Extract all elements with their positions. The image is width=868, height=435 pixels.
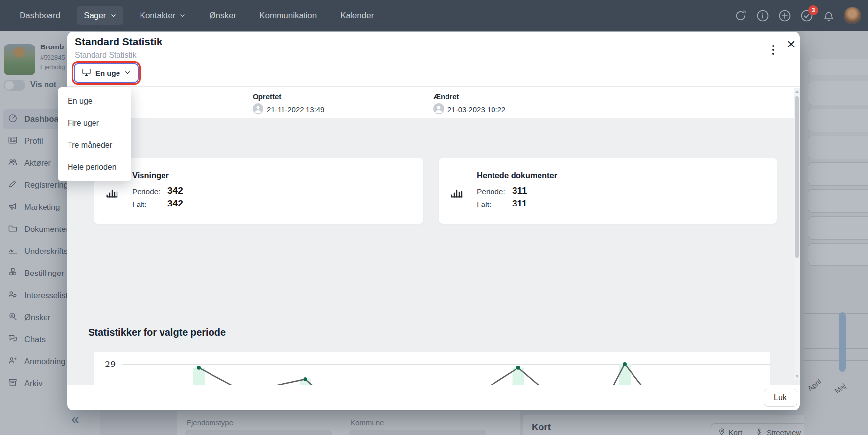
user-avatar-icon	[253, 103, 263, 115]
chart-section-title: Statistikker for valgte periode	[88, 327, 226, 338]
nav-item-kontakter[interactable]: Kontakter	[133, 6, 193, 25]
modal-subtitle: Standard Statistik	[75, 51, 136, 60]
modal-footer: Luk	[67, 385, 800, 410]
tasks-icon[interactable]: 3	[799, 8, 814, 23]
chevron-down-icon	[179, 12, 186, 19]
navbar-actions: 3	[733, 0, 861, 31]
period-option-fire-uger[interactable]: Fire uger	[58, 112, 131, 134]
modal-title: Standard Statistik	[75, 36, 163, 47]
monitor-icon	[82, 68, 91, 78]
period-value: 342	[167, 185, 183, 196]
notification-badge: 3	[808, 5, 818, 15]
nav-item-label: Kalender	[340, 11, 374, 21]
add-icon[interactable]	[777, 8, 792, 23]
period-dropdown-menu: En ugeFire ugerTre månederHele perioden	[58, 87, 131, 181]
period-select-value: En uge	[95, 69, 120, 77]
close-icon[interactable]: ×	[785, 35, 798, 53]
modal-body: VisningerPeriode:342I alt:342Hentede dok…	[67, 118, 800, 385]
total-label: I alt:	[477, 200, 491, 209]
period-select-wrap: En uge	[74, 63, 139, 83]
stat-card-hentede-dokumenter: Hentede dokumenterPeriode:311I alt:311	[439, 158, 777, 224]
top-navbar: DashboardSagerKontakterØnskerKommunikati…	[0, 0, 868, 31]
modal-scrollbar[interactable]	[794, 88, 800, 380]
period-value: 311	[512, 185, 527, 196]
app-window: Bromb #592845 Ejerbolig Vis not Dashboar…	[0, 0, 868, 435]
bell-icon[interactable]	[821, 8, 836, 23]
user-avatar[interactable]	[844, 7, 861, 24]
period-select-button[interactable]: En uge	[74, 63, 139, 83]
modified-label: Ændret	[433, 92, 459, 101]
chart-panel: 2914.5	[94, 352, 770, 385]
scrollbar-thumb[interactable]	[795, 96, 799, 258]
user-avatar-icon	[433, 103, 444, 115]
chevron-down-icon	[124, 69, 131, 77]
nav-item-label: Kontakter	[140, 11, 176, 21]
refresh-icon[interactable]	[733, 8, 748, 23]
bar-chart-icon	[449, 184, 464, 201]
total-value: 342	[167, 198, 183, 209]
chevron-down-icon	[110, 12, 117, 19]
nav-item-label: Sager	[84, 11, 106, 21]
period-option-hele-perioden[interactable]: Hele perioden	[58, 156, 131, 178]
info-icon[interactable]	[755, 8, 770, 23]
period-option-tre-m-neder[interactable]: Tre måneder	[58, 134, 131, 156]
total-label: I alt:	[132, 200, 146, 209]
nav-item-kalender[interactable]: Kalender	[333, 6, 380, 25]
created-value: 21-11-2022 13:49	[267, 105, 324, 114]
nav-item-sager[interactable]: Sager	[77, 6, 123, 25]
bar-chart-icon	[105, 184, 119, 201]
modal-kebab-menu-icon[interactable]	[768, 43, 778, 57]
nav-item-nsker[interactable]: Ønsker	[202, 6, 243, 25]
total-value: 311	[512, 198, 527, 209]
stat-card-title: Hentede dokumenter	[477, 171, 557, 180]
statistics-modal: Standard Statistik Standard Statistik En…	[67, 32, 800, 410]
stat-card-visninger: VisningerPeriode:342I alt:342	[94, 158, 423, 224]
statistics-chart: 2914.5	[94, 352, 770, 385]
nav-item-dashboard[interactable]: Dashboard	[13, 6, 67, 25]
period-option-en-uge[interactable]: En uge	[58, 90, 131, 112]
period-label: Periode:	[477, 187, 505, 196]
created-label: Oprettet	[253, 92, 281, 101]
close-button[interactable]: Luk	[764, 389, 797, 407]
modal-meta-row: Oprettet 21-11-2022 13:49 Ændret 21-03-2…	[67, 86, 800, 118]
stat-card-title: Visninger	[132, 171, 169, 180]
svg-text:29: 29	[105, 359, 116, 369]
scroll-down-icon[interactable]	[795, 375, 799, 378]
period-label: Periode:	[132, 187, 161, 196]
nav-item-label: Ønsker	[209, 11, 236, 21]
modal-header: Standard Statistik Standard Statistik En…	[67, 32, 800, 86]
modified-value: 21-03-2023 10:22	[447, 105, 505, 114]
scroll-up-icon[interactable]	[795, 90, 799, 93]
nav-item-label: Kommunikation	[259, 11, 317, 21]
nav-item-label: Dashboard	[20, 11, 60, 21]
nav-item-kommunikation[interactable]: Kommunikation	[253, 6, 324, 25]
